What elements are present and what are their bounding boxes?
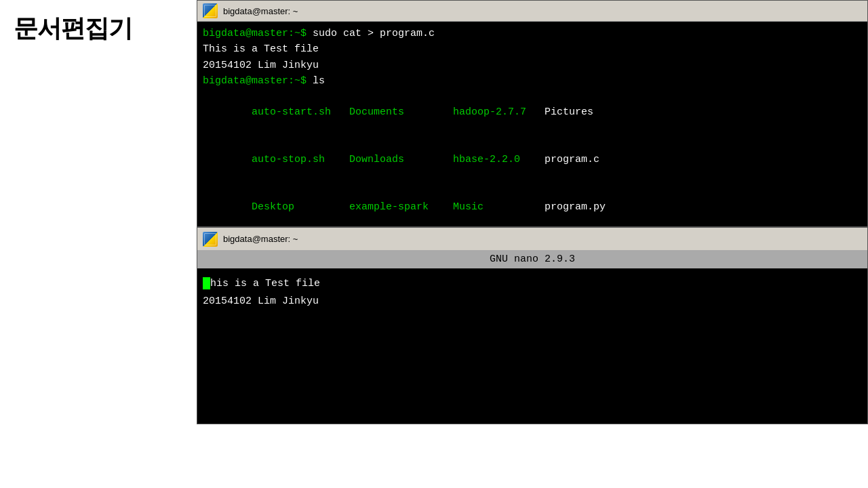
nano-cursor [203, 277, 210, 289]
nano-line: his is a Test file [203, 275, 862, 293]
top-terminal-title: bigdata@master: ~ [223, 6, 298, 16]
nano-body[interactable]: his is a Test file 20154102 Lim Jinkyu [197, 268, 868, 424]
terminal-line: auto-start.sh Documents hadoop-2.7.7 Pic… [203, 89, 862, 136]
prompt: bigdata@master:~$ [203, 75, 307, 87]
bottom-section: bigdata@master: ~ GNU nano 2.9.3 his is … [197, 227, 868, 424]
terminal-line: Desktop example-spark Music program.py [203, 184, 862, 231]
right-panel: bigdata@master: ~ bigdata@master:~$ sudo… [197, 0, 868, 488]
bottom-terminal-titlebar: bigdata@master: ~ [197, 227, 868, 250]
top-terminal-body[interactable]: bigdata@master:~$ sudo cat > program.c T… [197, 22, 867, 226]
prompt: bigdata@master:~$ [203, 28, 307, 39]
terminal-line: This is a Test file [203, 41, 862, 57]
terminal-line: bigdata@master:~$ ls [203, 73, 862, 89]
page-title: 문서편집기 [14, 14, 132, 43]
top-terminal-window: bigdata@master: ~ bigdata@master:~$ sudo… [197, 0, 868, 227]
terminal-line: 20154102 Lim Jinkyu [203, 58, 862, 73]
terminal-line: auto-stop.sh Downloads hbase-2.2.0 progr… [203, 136, 862, 184]
nano-line: 20154102 Lim Jinkyu [203, 293, 862, 310]
top-terminal-titlebar: bigdata@master: ~ [197, 1, 867, 22]
left-panel: 문서편집기 [0, 0, 197, 488]
terminal-icon [203, 3, 218, 18]
nano-header: GNU nano 2.9.3 [197, 250, 868, 268]
bottom-terminal-title: bigdata@master: ~ [223, 234, 298, 244]
terminal-icon-2 [203, 232, 218, 247]
terminal-line: bigdata@master:~$ sudo cat > program.c [203, 26, 862, 41]
